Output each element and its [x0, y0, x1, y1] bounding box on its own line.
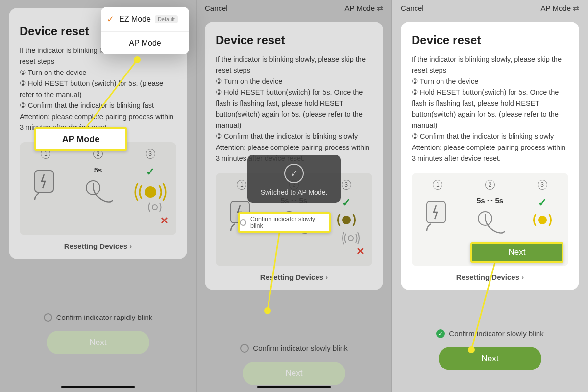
radio-unchecked-icon	[240, 344, 249, 353]
confirm-label: Confirm indicator slowly blink	[449, 329, 543, 338]
next-button[interactable]: Next	[439, 347, 541, 370]
confirm-label: Confirm indicator rapidly blink	[56, 313, 153, 321]
mode-selector[interactable]: AP Mode ⇄	[345, 3, 383, 13]
callout-confirm: Confirm indicator slowly blink	[238, 212, 331, 233]
plug-icon	[424, 198, 451, 232]
check-icon: ✓	[107, 14, 114, 24]
confirm-checkbox[interactable]: Confirm indicator slowly blink	[196, 344, 392, 353]
chevron-right-icon: ›	[521, 273, 524, 281]
pulse-slow-icon	[332, 209, 361, 231]
chevron-right-icon: ›	[325, 273, 328, 281]
resetting-devices-link[interactable]: Resetting Devices ›	[412, 273, 568, 281]
step-badge-3: 3	[146, 149, 155, 159]
x-icon: ✕	[160, 215, 169, 226]
dropdown-ez-mode[interactable]: ✓ EZ Mode Default	[101, 7, 189, 31]
svg-point-4	[152, 205, 157, 210]
callout-ap-mode: AP Mode	[34, 127, 127, 151]
press-icon	[472, 205, 508, 240]
radio-unchecked-icon	[44, 313, 52, 322]
dropdown-ap-mode[interactable]: AP Mode	[101, 31, 189, 54]
x-icon: ✕	[356, 245, 365, 257]
home-indicator	[61, 386, 135, 388]
screen-2: Cancel AP Mode ⇄ Device reset If the ind…	[196, 0, 392, 392]
default-badge: Default	[155, 15, 178, 23]
radio-checked-icon	[436, 329, 445, 338]
swap-icon: ⇄	[377, 3, 383, 13]
pulse-fast-icon	[341, 231, 361, 245]
confirm-label: Confirm indicator slowly blink	[253, 344, 347, 352]
pulse-slow-icon	[145, 200, 165, 215]
step-badge-1: 1	[237, 180, 246, 190]
timing-label: 5s ··· 5s	[477, 196, 503, 205]
instruction-text: If the indicator is blinking fast, pleas…	[20, 45, 176, 133]
reset-diagram: 1 2 5s 3 ✓ ✕	[20, 142, 176, 235]
check-icon: ✓	[146, 166, 155, 178]
toast: ✓ Switched to AP Mode.	[247, 155, 341, 203]
check-icon: ✓	[538, 196, 547, 209]
chevron-right-icon: ›	[129, 242, 132, 250]
press-icon	[80, 174, 116, 209]
step-badge-2: 2	[485, 180, 495, 190]
step-badge-3: 3	[342, 180, 351, 190]
svg-point-3	[145, 186, 156, 198]
step-badge-1: 1	[433, 180, 442, 190]
svg-point-8	[342, 216, 351, 224]
resetting-devices-link[interactable]: Resetting Devices ›	[216, 273, 372, 281]
mode-selector[interactable]: AP Mode ⇄	[541, 3, 579, 13]
step-badge-3: 3	[538, 180, 547, 190]
next-button-disabled[interactable]: Next	[47, 331, 149, 354]
page-title: Device reset	[216, 33, 372, 47]
next-button-disabled[interactable]: Next	[243, 362, 345, 385]
screen-1: Device reset If the indicator is blinkin…	[0, 0, 196, 392]
cancel-button[interactable]: Cancel	[401, 4, 424, 12]
resetting-devices-link[interactable]: Resetting Devices ›	[20, 242, 176, 250]
toast-message: Switched to AP Mode.	[252, 188, 336, 196]
svg-point-9	[348, 236, 353, 241]
instruction-text: If the indicator is blinking slowly, ple…	[412, 54, 568, 164]
check-icon: ✓	[342, 196, 351, 209]
plug-icon	[32, 168, 59, 201]
confirm-checkbox[interactable]: Confirm indicator rapidly blink	[0, 313, 196, 322]
svg-point-13	[538, 216, 547, 224]
instruction-text: If the indicator is blinking slowly, ple…	[216, 54, 372, 164]
home-indicator	[257, 386, 331, 388]
pulse-slow-icon	[528, 209, 557, 231]
screen-3: Cancel AP Mode ⇄ Device reset If the ind…	[392, 0, 588, 392]
swap-icon: ⇄	[573, 3, 579, 13]
mode-dropdown: ✓ EZ Mode Default AP Mode	[101, 7, 189, 54]
cancel-button[interactable]: Cancel	[205, 4, 228, 12]
page-title: Device reset	[412, 33, 568, 47]
callout-next: Next	[470, 242, 564, 263]
timing-label: 5s	[94, 166, 102, 174]
check-circle-icon: ✓	[284, 164, 304, 183]
confirm-checkbox[interactable]: Confirm indicator slowly blink	[392, 329, 588, 338]
